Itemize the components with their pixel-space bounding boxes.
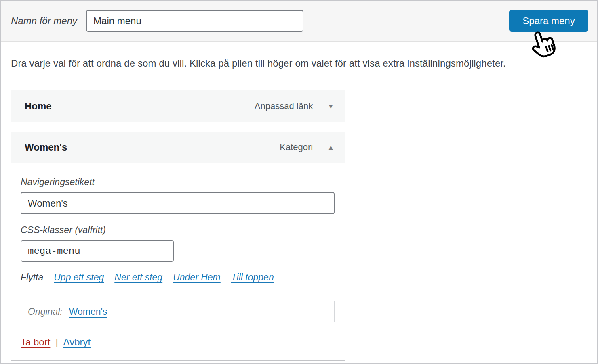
navigation-label-input[interactable] (21, 192, 335, 214)
remove-item-link[interactable]: Ta bort (21, 337, 50, 348)
css-classes-input[interactable] (21, 240, 174, 262)
move-label: Flytta (21, 272, 43, 283)
cancel-link[interactable]: Avbryt (63, 337, 91, 348)
menu-editor-page: Namn för meny Spara meny Dra varje val f… (0, 0, 598, 364)
menu-item-home[interactable]: Home Anpassad länk ▼ (11, 90, 345, 122)
instructions-text: Dra varje val för att ordna de som du vi… (11, 58, 587, 69)
menu-name-input[interactable] (86, 10, 303, 32)
menu-structure-panel: Dra varje val för att ordna de som du vi… (1, 58, 597, 361)
menu-item-womens[interactable]: Women's Kategori ▲ (11, 132, 345, 163)
move-under-home-link[interactable]: Under Hem (173, 272, 221, 283)
chevron-up-icon[interactable]: ▲ (327, 144, 334, 151)
menu-item-settings-panel: Navigeringsetikett CSS-klasser (valfritt… (11, 163, 345, 361)
move-to-top-link[interactable]: Till toppen (231, 272, 274, 283)
actions-separator: | (55, 337, 58, 348)
item-actions: Ta bort | Avbryt (21, 337, 334, 348)
css-classes-label: CSS-klasser (valfritt) (21, 225, 334, 236)
navigation-label-label: Navigeringsetikett (21, 177, 334, 188)
original-label: Original: (28, 306, 63, 317)
original-item-link[interactable]: Women's (69, 306, 107, 317)
menu-item-label: Women's (25, 142, 67, 153)
move-controls: Flytta Upp ett steg Ner ett steg Under H… (21, 272, 334, 283)
original-item-box: Original: Women's (21, 301, 335, 322)
menu-name-bar: Namn för meny Spara meny (1, 1, 597, 42)
menu-item-type: Anpassad länk (255, 101, 313, 111)
move-up-link[interactable]: Upp ett steg (54, 272, 104, 283)
move-down-link[interactable]: Ner ett steg (114, 272, 162, 283)
save-menu-button[interactable]: Spara meny (509, 10, 588, 32)
chevron-down-icon[interactable]: ▼ (327, 103, 334, 110)
menu-item-label: Home (25, 100, 52, 112)
menu-name-label: Namn för meny (11, 15, 77, 27)
menu-item-type: Kategori (280, 142, 313, 153)
